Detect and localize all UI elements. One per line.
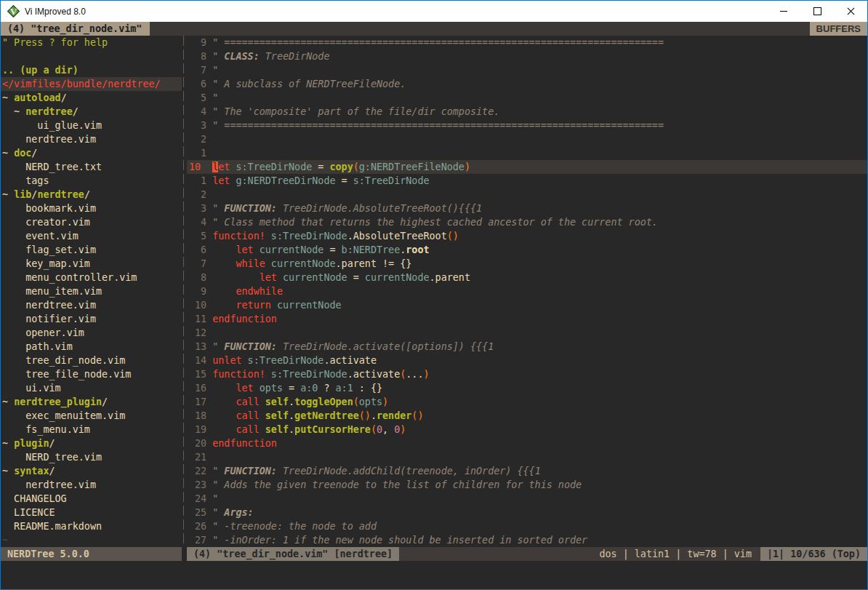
code-line[interactable]: 19 call self.putCursorHere(0, 0) <box>187 423 867 436</box>
minimize-button[interactable] <box>767 1 800 22</box>
statusline-filename: (4) "tree_dir_node.vim" [nerdtree] <box>187 547 399 561</box>
tree-row[interactable]: fs_menu.vim <box>1 423 182 436</box>
line-number: 4 <box>187 215 206 229</box>
vim-logo-icon: V <box>7 5 20 17</box>
code-line[interactable]: 1let g:NERDTreeDirNode = s:TreeDirNode <box>187 174 867 188</box>
tree-row[interactable]: path.vim <box>1 340 182 354</box>
tree-row[interactable]: exec_menuitem.vim <box>1 409 182 423</box>
code-line[interactable]: 4" Class method that returns the highest… <box>187 215 867 229</box>
line-number: 19 <box>187 423 206 436</box>
code-line[interactable]: 17 call self.toggleOpen(opts) <box>187 395 867 409</box>
tree-row[interactable]: opener.vim <box>1 326 182 340</box>
tree-row[interactable]: ~ autoload/ <box>1 91 182 105</box>
titlebar: V Vi IMproved 8.0 <box>1 1 867 22</box>
tree-row[interactable]: menu_controller.vim <box>1 271 182 284</box>
window-separator[interactable] <box>182 36 187 547</box>
code-line[interactable]: 26" -treenode: the node to add <box>187 519 867 533</box>
line-number: 24 <box>187 492 206 506</box>
tree-row[interactable]: bookmark.vim <box>1 202 182 215</box>
line-number: 13 <box>187 340 206 354</box>
tree-row[interactable]: event.vim <box>1 229 182 243</box>
tree-row[interactable]: tags <box>1 174 182 188</box>
code-line[interactable]: 10 return currentNode <box>187 298 867 312</box>
code-line[interactable]: 2 <box>187 188 867 202</box>
code-line[interactable]: 7" <box>187 63 867 77</box>
tree-row[interactable]: tree_dir_node.vim <box>1 354 182 367</box>
code-line[interactable]: 21 <box>187 450 867 464</box>
code-line[interactable]: 8 let currentNode = currentNode.parent <box>187 271 867 284</box>
code-line[interactable]: 12 <box>187 326 867 340</box>
code-line[interactable]: 23" Adds the given treenode to the list … <box>187 478 867 492</box>
tree-row[interactable]: " Press ? for help <box>1 36 182 49</box>
tree-row[interactable] <box>1 49 182 63</box>
tree-row[interactable]: ~ lib/nerdtree/ <box>1 188 182 202</box>
code-line[interactable]: 2 <box>187 132 867 146</box>
code-line[interactable]: 3" FUNCTION: TreeDirNode.AbsoluteTreeRoo… <box>187 202 867 215</box>
tree-row[interactable]: key_map.vim <box>1 257 182 271</box>
tree-row[interactable]: nerdtree.vim <box>1 478 182 492</box>
tree-row[interactable]: ~ doc/ <box>1 146 182 160</box>
tree-row[interactable]: ~ plugin/ <box>1 436 182 450</box>
tree-row[interactable]: NERD_tree.vim <box>1 450 182 464</box>
tree-row[interactable]: nerdtree.vim <box>1 298 182 312</box>
tree-row[interactable]: ui_glue.vim <box>1 119 182 132</box>
tree-row[interactable]: flag_set.vim <box>1 243 182 257</box>
line-number: 26 <box>187 519 206 533</box>
line-number: 3 <box>187 202 206 215</box>
code-line[interactable]: 5" <box>187 91 867 105</box>
code-line[interactable]: 13" FUNCTION: TreeDirNode.activate([opti… <box>187 340 867 354</box>
line-number: 25 <box>187 506 206 519</box>
code-line[interactable]: 20endfunction <box>187 436 867 450</box>
tree-row[interactable]: ~ nerdtree_plugin/ <box>1 395 182 409</box>
line-number: 9 <box>187 284 206 298</box>
code-line[interactable]: 6" A subclass of NERDTreeFileNode. <box>187 77 867 91</box>
tree-row[interactable]: creator.vim <box>1 215 182 229</box>
tree-row[interactable]: README.markdown <box>1 519 182 533</box>
maximize-button[interactable] <box>800 1 834 22</box>
statusline-position: |1| 10/636 (Top) <box>760 547 867 561</box>
tree-row[interactable]: tree_file_node.vim <box>1 367 182 381</box>
buffers-label: BUFFERS <box>810 22 867 36</box>
code-line[interactable]: 4" The 'composite' part of the file/dir … <box>187 105 867 119</box>
gvim-window: V Vi IMproved 8.0 (4) "tree_dir_node.vim… <box>0 0 868 590</box>
tree-row[interactable]: </vimfiles/bundle/nerdtree/ <box>1 77 182 91</box>
code-line[interactable]: 3" =====================================… <box>187 119 867 132</box>
code-line[interactable]: 7 while currentNode.parent != {} <box>187 257 867 271</box>
tree-row[interactable]: CHANGELOG <box>1 492 182 506</box>
tree-row[interactable]: ui.vim <box>1 381 182 395</box>
code-line[interactable]: 5function! s:TreeDirNode.AbsoluteTreeRoo… <box>187 229 867 243</box>
tree-row[interactable]: NERD_tree.txt <box>1 160 182 174</box>
svg-text:V: V <box>9 7 17 17</box>
tree-row[interactable]: ~ syntax/ <box>1 464 182 478</box>
code-line[interactable]: 24" <box>187 492 867 506</box>
line-number: 17 <box>187 395 206 409</box>
tab-current[interactable]: (4) "tree_dir_node.vim" <box>1 22 150 36</box>
code-line[interactable]: 22" FUNCTION: TreeDirNode.addChild(treen… <box>187 464 867 478</box>
line-number: 20 <box>187 436 206 450</box>
code-line[interactable]: 11endfunction <box>187 312 867 326</box>
code-line[interactable]: 27" -inOrder: 1 if the new node should b… <box>187 533 867 547</box>
tree-row[interactable]: menu_item.vim <box>1 284 182 298</box>
tree-row[interactable]: notifier.vim <box>1 312 182 326</box>
code-line[interactable]: 9" =====================================… <box>187 36 867 49</box>
tree-row[interactable]: ~ nerdtree/ <box>1 105 182 119</box>
code-line[interactable]: 6 let currentNode = b:NERDTree.root <box>187 243 867 257</box>
tree-row[interactable]: ~ <box>1 533 182 547</box>
code-line-current[interactable]: 10let s:TreeDirNode = copy(g:NERDTreeFil… <box>187 160 867 174</box>
code-line[interactable]: 25" Args: <box>187 506 867 519</box>
code-line[interactable]: 18 call self.getNerdtree().render() <box>187 409 867 423</box>
code-line[interactable]: 1 <box>187 146 867 160</box>
tree-row[interactable]: LICENCE <box>1 506 182 519</box>
code-line[interactable]: 16 let opts = a:0 ? a:1 : {} <box>187 381 867 395</box>
window-title: Vi IMproved 8.0 <box>25 7 86 17</box>
code-line[interactable]: 9 endwhile <box>187 284 867 298</box>
line-number: 2 <box>187 188 206 202</box>
tree-row[interactable]: .. (up a dir) <box>1 63 182 77</box>
line-number: 4 <box>187 105 206 119</box>
nerdtree-panel: " Press ? for help.. (up a dir)</vimfile… <box>1 36 182 547</box>
code-line[interactable]: 15function! s:TreeDirNode.activate(...) <box>187 367 867 381</box>
tree-row[interactable]: nerdtree.vim <box>1 132 182 146</box>
close-button[interactable] <box>834 1 867 22</box>
code-line[interactable]: 14unlet s:TreeDirNode.activate <box>187 354 867 367</box>
code-line[interactable]: 8" CLASS: TreeDirNode <box>187 49 867 63</box>
